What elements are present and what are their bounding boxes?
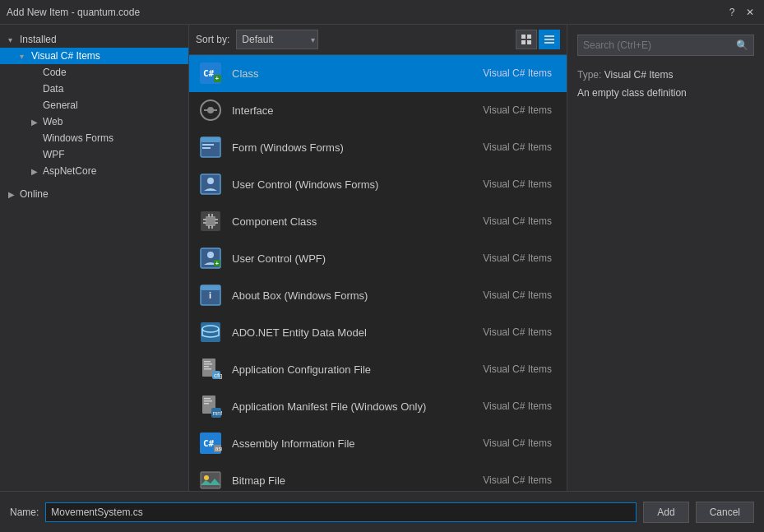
title-bar: Add New Item - quantum.code ? ✕	[0, 0, 764, 25]
svg-text:cfg: cfg	[214, 372, 222, 379]
list-item-app-manifest[interactable]: mnf Application Manifest File (Windows O…	[189, 388, 567, 425]
aspnetcore-label: AspNetCore	[43, 165, 180, 177]
bottom-bar: Name: Add Cancel	[0, 491, 764, 532]
cancel-button[interactable]: Cancel	[696, 502, 754, 523]
ado-net-item-name: ADO.NET Entity Data Model	[232, 326, 483, 339]
list-view-button[interactable]	[539, 30, 560, 49]
interface-icon	[197, 97, 224, 123]
svg-rect-22	[208, 214, 210, 217]
list-item-ado-net[interactable]: ADO.NET Entity Data Model Visual C# Item…	[189, 314, 567, 351]
expand-icon: ▶	[31, 118, 43, 127]
list-item-assembly-info[interactable]: C# asm Assembly Information File Visual …	[189, 425, 567, 462]
online-label: Online	[20, 188, 180, 200]
list-item-component-class[interactable]: Component Class Visual C# Items	[189, 203, 567, 240]
expand-icon: ▶	[8, 190, 20, 199]
app-manifest-item-category: Visual C# Items	[483, 400, 552, 412]
list-item-about-box[interactable]: i About Box (Windows Forms) Visual C# It…	[189, 277, 567, 314]
assembly-info-item-category: Visual C# Items	[483, 437, 552, 449]
grid-view-button[interactable]	[516, 30, 537, 49]
sidebar-item-aspnetcore[interactable]: ▶ AspNetCore	[0, 163, 188, 179]
class-item-name: Class	[232, 67, 483, 80]
svg-text:C#: C#	[203, 438, 215, 449]
code-label: Code	[43, 67, 180, 78]
sort-select-wrapper[interactable]: Default Name Type	[236, 30, 318, 49]
dialog-body: ▾ Installed ▾ Visual C# Items Code Data …	[0, 25, 764, 491]
form-item-category: Visual C# Items	[483, 141, 552, 153]
svg-rect-21	[206, 216, 215, 226]
svg-rect-4	[544, 35, 554, 37]
sort-select[interactable]: Default Name Type	[236, 30, 318, 49]
wpf-label: WPF	[43, 149, 180, 160]
sidebar-item-code[interactable]: Code	[0, 64, 188, 81]
list-item-user-control-wpf[interactable]: + User Control (WPF) Visual C# Items	[189, 240, 567, 277]
sort-bar: Sort by: Default Name Type	[189, 25, 567, 55]
middle-panel: Sort by: Default Name Type	[189, 25, 567, 491]
svg-text:asm: asm	[215, 446, 223, 451]
left-panel: ▾ Installed ▾ Visual C# Items Code Data …	[0, 25, 189, 491]
assembly-info-icon: C# asm	[197, 430, 224, 456]
svg-rect-16	[202, 144, 214, 146]
about-box-item-name: About Box (Windows Forms)	[232, 289, 483, 302]
name-label: Name:	[10, 507, 39, 518]
app-config-item-name: Application Configuration File	[232, 363, 483, 376]
svg-rect-43	[204, 368, 211, 370]
app-config-item-category: Visual C# Items	[483, 363, 552, 375]
svg-rect-5	[544, 39, 554, 40]
svg-point-19	[207, 178, 214, 184]
svg-rect-24	[208, 225, 210, 229]
sidebar-item-wpf[interactable]: WPF	[0, 146, 188, 163]
windows-forms-label: Windows Forms	[43, 132, 180, 144]
svg-text:+: +	[215, 75, 220, 82]
svg-text:i: i	[209, 290, 211, 300]
user-control-icon	[197, 171, 224, 197]
svg-rect-47	[204, 398, 211, 400]
svg-point-57	[204, 475, 209, 480]
list-item-class[interactable]: C# + Class Visual C# Items	[189, 55, 567, 92]
visual-cs-items-label: Visual C# Items	[31, 50, 180, 62]
svg-rect-2	[521, 40, 526, 44]
user-control-item-category: Visual C# Items	[483, 178, 552, 190]
interface-item-name: Interface	[232, 104, 483, 117]
svg-text:C#: C#	[203, 68, 215, 79]
help-button[interactable]: ?	[725, 5, 739, 20]
user-control-wpf-item-category: Visual C# Items	[483, 252, 552, 264]
installed-node[interactable]: ▾ Installed	[0, 31, 188, 48]
svg-rect-6	[544, 42, 554, 44]
form-icon	[197, 134, 224, 160]
web-label: Web	[43, 116, 180, 127]
about-box-item-category: Visual C# Items	[483, 289, 552, 301]
svg-point-31	[207, 252, 214, 258]
list-item-user-control-winforms[interactable]: User Control (Windows Forms) Visual C# I…	[189, 166, 567, 203]
assembly-info-item-name: Assembly Information File	[232, 437, 483, 450]
svg-rect-41	[204, 363, 212, 365]
form-item-name: Form (Windows Forms)	[232, 141, 483, 154]
svg-rect-48	[204, 400, 212, 402]
list-item-bitmap[interactable]: Bitmap File Visual C# Items	[189, 462, 567, 491]
bitmap-icon	[197, 467, 224, 491]
bitmap-item-name: Bitmap File	[232, 474, 483, 487]
sidebar-item-online[interactable]: ▶ Online	[0, 186, 188, 202]
list-item-app-config[interactable]: cfg Application Configuration File Visua…	[189, 351, 567, 388]
type-row: Type: Visual C# Items	[577, 69, 754, 81]
close-button[interactable]: ✕	[743, 5, 757, 20]
svg-text:+: +	[215, 260, 220, 267]
sidebar-item-general[interactable]: General	[0, 97, 188, 113]
name-input[interactable]	[45, 502, 637, 522]
list-item-interface[interactable]: Interface Visual C# Items	[189, 92, 567, 129]
sidebar-item-web[interactable]: ▶ Web	[0, 113, 188, 130]
svg-text:mnf: mnf	[213, 410, 223, 416]
visual-cs-items-node[interactable]: ▾ Visual C# Items	[0, 48, 188, 64]
sidebar-item-windows-forms[interactable]: Windows Forms	[0, 130, 188, 146]
component-class-icon	[197, 208, 224, 234]
svg-rect-27	[203, 222, 206, 224]
sidebar-item-data[interactable]: Data	[0, 81, 188, 97]
search-box[interactable]: 🔍	[577, 35, 754, 56]
expand-icon: ▾	[20, 52, 31, 61]
add-button[interactable]: Add	[643, 502, 688, 523]
ado-net-icon	[197, 319, 224, 345]
component-class-item-category: Visual C# Items	[483, 215, 552, 227]
svg-point-13	[207, 107, 214, 113]
list-item-form[interactable]: Form (Windows Forms) Visual C# Items	[189, 129, 567, 166]
search-input[interactable]	[583, 39, 733, 51]
svg-rect-56	[201, 472, 220, 488]
